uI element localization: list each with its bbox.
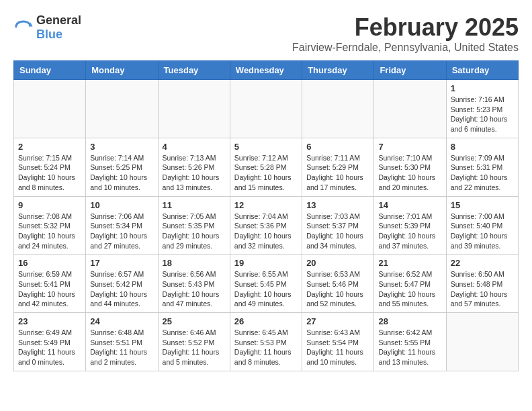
weekday-header-saturday: Saturday — [446, 61, 518, 80]
day-number: 16 — [18, 258, 81, 268]
day-number: 25 — [163, 316, 226, 326]
day-cell: 22Sunrise: 6:50 AM Sunset: 5:48 PM Dayli… — [446, 255, 518, 313]
day-number: 11 — [163, 200, 226, 210]
day-number: 7 — [378, 142, 441, 152]
day-info: Sunrise: 7:06 AM Sunset: 5:34 PM Dayligh… — [90, 212, 153, 251]
day-cell: 7Sunrise: 7:10 AM Sunset: 5:30 PM Daylig… — [374, 138, 446, 196]
day-cell: 11Sunrise: 7:05 AM Sunset: 5:35 PM Dayli… — [158, 196, 230, 255]
weekday-header-row: SundayMondayTuesdayWednesdayThursdayFrid… — [14, 61, 519, 80]
day-cell: 25Sunrise: 6:46 AM Sunset: 5:52 PM Dayli… — [158, 313, 230, 371]
day-cell — [302, 80, 374, 138]
day-cell: 26Sunrise: 6:45 AM Sunset: 5:53 PM Dayli… — [230, 313, 302, 371]
day-number: 10 — [90, 200, 153, 210]
day-cell — [86, 80, 158, 138]
weekday-header-sunday: Sunday — [14, 61, 86, 80]
day-number: 13 — [306, 200, 369, 210]
day-cell: 5Sunrise: 7:12 AM Sunset: 5:28 PM Daylig… — [230, 138, 302, 196]
day-info: Sunrise: 6:52 AM Sunset: 5:47 PM Dayligh… — [378, 269, 441, 309]
day-cell: 17Sunrise: 6:57 AM Sunset: 5:42 PM Dayli… — [86, 255, 158, 313]
day-cell: 13Sunrise: 7:03 AM Sunset: 5:37 PM Dayli… — [302, 196, 374, 255]
day-cell — [14, 80, 86, 138]
day-number: 12 — [234, 200, 298, 210]
day-cell — [230, 80, 302, 138]
day-number: 9 — [18, 200, 81, 210]
day-cell: 4Sunrise: 7:13 AM Sunset: 5:26 PM Daylig… — [158, 138, 230, 196]
day-info: Sunrise: 6:53 AM Sunset: 5:46 PM Dayligh… — [306, 269, 369, 309]
week-row-3: 16Sunrise: 6:59 AM Sunset: 5:41 PM Dayli… — [14, 255, 519, 313]
logo-general-text: General — [36, 13, 81, 27]
day-info: Sunrise: 7:16 AM Sunset: 5:23 PM Dayligh… — [451, 95, 514, 134]
day-number: 21 — [378, 258, 441, 268]
day-info: Sunrise: 6:50 AM Sunset: 5:48 PM Dayligh… — [451, 269, 514, 309]
day-number: 28 — [378, 316, 441, 326]
week-row-0: 1Sunrise: 7:16 AM Sunset: 5:23 PM Daylig… — [14, 80, 519, 138]
day-info: Sunrise: 7:05 AM Sunset: 5:35 PM Dayligh… — [163, 212, 226, 251]
day-info: Sunrise: 6:43 AM Sunset: 5:54 PM Dayligh… — [306, 328, 369, 367]
day-cell: 9Sunrise: 7:08 AM Sunset: 5:32 PM Daylig… — [14, 196, 86, 255]
day-cell — [374, 80, 446, 138]
day-info: Sunrise: 6:46 AM Sunset: 5:52 PM Dayligh… — [163, 328, 226, 367]
day-cell: 28Sunrise: 6:42 AM Sunset: 5:55 PM Dayli… — [374, 313, 446, 371]
day-info: Sunrise: 6:42 AM Sunset: 5:55 PM Dayligh… — [378, 328, 441, 367]
day-info: Sunrise: 7:03 AM Sunset: 5:37 PM Dayligh… — [306, 212, 369, 251]
day-cell — [446, 313, 518, 371]
day-cell: 23Sunrise: 6:49 AM Sunset: 5:49 PM Dayli… — [14, 313, 86, 371]
day-number: 17 — [90, 258, 153, 268]
day-cell: 15Sunrise: 7:00 AM Sunset: 5:40 PM Dayli… — [446, 196, 518, 255]
day-number: 20 — [306, 258, 369, 268]
day-info: Sunrise: 7:09 AM Sunset: 5:31 PM Dayligh… — [451, 153, 514, 193]
day-info: Sunrise: 7:00 AM Sunset: 5:40 PM Dayligh… — [451, 212, 514, 251]
weekday-header-friday: Friday — [374, 61, 446, 80]
day-info: Sunrise: 6:49 AM Sunset: 5:49 PM Dayligh… — [18, 328, 81, 367]
day-number: 23 — [18, 316, 81, 326]
day-info: Sunrise: 7:15 AM Sunset: 5:24 PM Dayligh… — [18, 153, 81, 193]
day-cell: 14Sunrise: 7:01 AM Sunset: 5:39 PM Dayli… — [374, 196, 446, 255]
day-cell: 8Sunrise: 7:09 AM Sunset: 5:31 PM Daylig… — [446, 138, 518, 196]
title-area: February 2025 Fairview-Ferndale, Pennsyl… — [292, 13, 519, 54]
day-info: Sunrise: 7:11 AM Sunset: 5:29 PM Dayligh… — [306, 153, 369, 193]
day-info: Sunrise: 7:10 AM Sunset: 5:30 PM Dayligh… — [378, 153, 441, 193]
day-number: 15 — [451, 200, 514, 210]
day-cell: 12Sunrise: 7:04 AM Sunset: 5:36 PM Dayli… — [230, 196, 302, 255]
day-info: Sunrise: 6:45 AM Sunset: 5:53 PM Dayligh… — [234, 328, 298, 367]
day-info: Sunrise: 7:01 AM Sunset: 5:39 PM Dayligh… — [378, 212, 441, 251]
week-row-2: 9Sunrise: 7:08 AM Sunset: 5:32 PM Daylig… — [14, 196, 519, 255]
day-info: Sunrise: 7:12 AM Sunset: 5:28 PM Dayligh… — [234, 153, 298, 193]
day-cell — [158, 80, 230, 138]
day-number: 26 — [234, 316, 298, 326]
day-number: 5 — [234, 142, 298, 152]
week-row-4: 23Sunrise: 6:49 AM Sunset: 5:49 PM Dayli… — [14, 313, 519, 371]
header: General Blue February 2025 Fairview-Fern… — [13, 13, 519, 54]
day-cell: 1Sunrise: 7:16 AM Sunset: 5:23 PM Daylig… — [446, 80, 518, 138]
day-cell: 16Sunrise: 6:59 AM Sunset: 5:41 PM Dayli… — [14, 255, 86, 313]
day-info: Sunrise: 7:13 AM Sunset: 5:26 PM Dayligh… — [163, 153, 226, 193]
week-row-1: 2Sunrise: 7:15 AM Sunset: 5:24 PM Daylig… — [14, 138, 519, 196]
day-number: 19 — [234, 258, 298, 268]
day-info: Sunrise: 6:55 AM Sunset: 5:45 PM Dayligh… — [234, 269, 298, 309]
day-info: Sunrise: 6:59 AM Sunset: 5:41 PM Dayligh… — [18, 269, 81, 309]
weekday-header-monday: Monday — [86, 61, 158, 80]
location-title: Fairview-Ferndale, Pennsylvania, United … — [292, 42, 519, 54]
day-number: 22 — [451, 258, 514, 268]
day-info: Sunrise: 6:56 AM Sunset: 5:43 PM Dayligh… — [163, 269, 226, 309]
day-cell: 6Sunrise: 7:11 AM Sunset: 5:29 PM Daylig… — [302, 138, 374, 196]
day-cell: 10Sunrise: 7:06 AM Sunset: 5:34 PM Dayli… — [86, 196, 158, 255]
day-cell: 24Sunrise: 6:48 AM Sunset: 5:51 PM Dayli… — [86, 313, 158, 371]
day-info: Sunrise: 6:48 AM Sunset: 5:51 PM Dayligh… — [90, 328, 153, 367]
day-number: 24 — [90, 316, 153, 326]
logo-blue-text: Blue — [36, 28, 62, 41]
day-number: 6 — [306, 142, 369, 152]
day-number: 8 — [451, 142, 514, 152]
month-title: February 2025 — [292, 13, 519, 42]
day-cell: 27Sunrise: 6:43 AM Sunset: 5:54 PM Dayli… — [302, 313, 374, 371]
day-info: Sunrise: 7:04 AM Sunset: 5:36 PM Dayligh… — [234, 212, 298, 251]
day-cell: 20Sunrise: 6:53 AM Sunset: 5:46 PM Dayli… — [302, 255, 374, 313]
day-number: 3 — [90, 142, 153, 152]
calendar: SundayMondayTuesdayWednesdayThursdayFrid… — [13, 60, 519, 371]
day-number: 2 — [18, 142, 81, 152]
logo: General Blue — [13, 13, 81, 42]
day-number: 4 — [163, 142, 226, 152]
day-cell: 2Sunrise: 7:15 AM Sunset: 5:24 PM Daylig… — [14, 138, 86, 196]
day-cell: 18Sunrise: 6:56 AM Sunset: 5:43 PM Dayli… — [158, 255, 230, 313]
day-cell: 19Sunrise: 6:55 AM Sunset: 5:45 PM Dayli… — [230, 255, 302, 313]
